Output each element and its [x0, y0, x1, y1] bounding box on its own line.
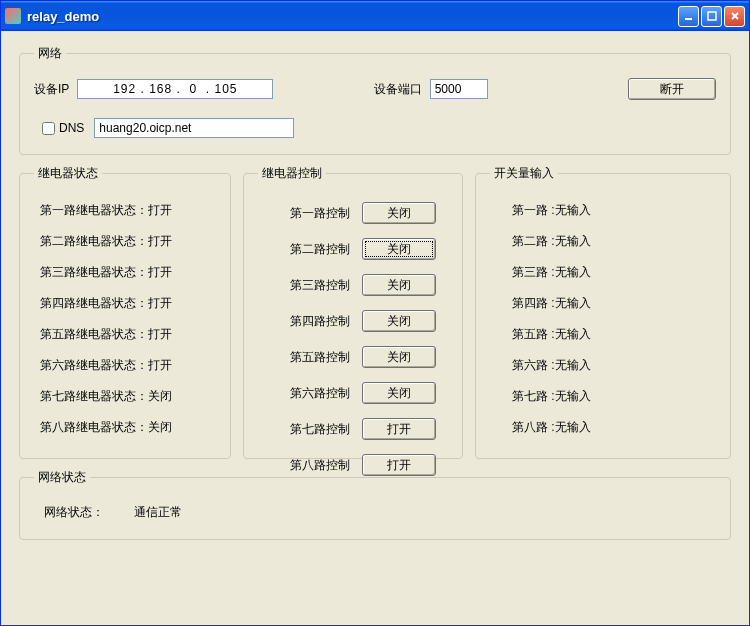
control-label: 第五路控制 — [290, 349, 350, 366]
relay-control-row: 第七路控制 打开 — [264, 418, 442, 440]
network-status-value: 通信正常 — [134, 504, 182, 521]
port-label: 设备端口 — [374, 81, 422, 98]
switch-input-row: 第八路 :无输入 — [496, 419, 710, 436]
network-status-label: 网络状态： — [44, 504, 104, 521]
relay-control-row: 第一路控制 关闭 — [264, 202, 442, 224]
control-label: 第二路控制 — [290, 241, 350, 258]
relay-control-row: 第三路控制 关闭 — [264, 274, 442, 296]
switch-input-row: 第二路 :无输入 — [496, 233, 710, 250]
relay-control-row: 第八路控制 打开 — [264, 454, 442, 476]
svg-rect-1 — [708, 12, 716, 20]
relay-status-row: 第八路继电器状态：关闭 — [40, 419, 210, 436]
control-label: 第七路控制 — [290, 421, 350, 438]
relay-status-row: 第二路继电器状态：打开 — [40, 233, 210, 250]
relay-control-row: 第四路控制 关闭 — [264, 310, 442, 332]
network-status-legend: 网络状态 — [34, 469, 90, 486]
control-button-7[interactable]: 打开 — [362, 418, 436, 440]
relay-status-legend: 继电器状态 — [34, 165, 102, 182]
switch-input-group: 开关量输入 第一路 :无输入 第二路 :无输入 第三路 :无输入 第四路 :无输… — [475, 165, 731, 459]
switch-input-row: 第七路 :无输入 — [496, 388, 710, 405]
switch-input-row: 第一路 :无输入 — [496, 202, 710, 219]
app-window: relay_demo 网络 设备IP 设备端口 断开 — [0, 0, 750, 626]
relay-control-row: 第六路控制 关闭 — [264, 382, 442, 404]
minimize-button[interactable] — [678, 6, 699, 27]
control-label: 第八路控制 — [290, 457, 350, 474]
dns-checkbox-wrap[interactable]: DNS — [42, 121, 84, 135]
relay-status-row: 第五路继电器状态：打开 — [40, 326, 210, 343]
relay-status-row: 第三路继电器状态：打开 — [40, 264, 210, 281]
dns-checkbox[interactable] — [42, 122, 55, 135]
control-label: 第四路控制 — [290, 313, 350, 330]
control-button-3[interactable]: 关闭 — [362, 274, 436, 296]
ip-input[interactable] — [77, 79, 273, 99]
switch-input-row: 第六路 :无输入 — [496, 357, 710, 374]
control-button-8[interactable]: 打开 — [362, 454, 436, 476]
network-legend: 网络 — [34, 45, 66, 62]
relay-control-legend: 继电器控制 — [258, 165, 326, 182]
port-input[interactable] — [430, 79, 488, 99]
control-button-2[interactable]: 关闭 — [362, 238, 436, 260]
close-button[interactable] — [724, 6, 745, 27]
control-label: 第三路控制 — [290, 277, 350, 294]
switch-input-row: 第四路 :无输入 — [496, 295, 710, 312]
window-title: relay_demo — [27, 9, 678, 24]
switch-input-row: 第五路 :无输入 — [496, 326, 710, 343]
control-button-5[interactable]: 关闭 — [362, 346, 436, 368]
control-button-4[interactable]: 关闭 — [362, 310, 436, 332]
relay-status-row: 第七路继电器状态：关闭 — [40, 388, 210, 405]
relay-control-row: 第二路控制 关闭 — [264, 238, 442, 260]
window-controls — [678, 6, 745, 27]
titlebar: relay_demo — [1, 1, 749, 31]
disconnect-button[interactable]: 断开 — [628, 78, 716, 100]
relay-status-row: 第一路继电器状态：打开 — [40, 202, 210, 219]
relay-status-group: 继电器状态 第一路继电器状态：打开 第二路继电器状态：打开 第三路继电器状态：打… — [19, 165, 231, 459]
relay-control-group: 继电器控制 第一路控制 关闭 第二路控制 关闭 第三路控制 关闭 — [243, 165, 463, 459]
control-label: 第一路控制 — [290, 205, 350, 222]
dns-input[interactable] — [94, 118, 294, 138]
client-area: 网络 设备IP 设备端口 断开 DNS 继电器状态 — [1, 31, 749, 625]
relay-control-row: 第五路控制 关闭 — [264, 346, 442, 368]
app-icon — [5, 8, 21, 24]
relay-status-row: 第六路继电器状态：打开 — [40, 357, 210, 374]
relay-status-row: 第四路继电器状态：打开 — [40, 295, 210, 312]
switch-input-legend: 开关量输入 — [490, 165, 558, 182]
control-label: 第六路控制 — [290, 385, 350, 402]
dns-label: DNS — [59, 121, 84, 135]
maximize-button[interactable] — [701, 6, 722, 27]
control-button-6[interactable]: 关闭 — [362, 382, 436, 404]
svg-rect-0 — [685, 18, 692, 20]
switch-input-row: 第三路 :无输入 — [496, 264, 710, 281]
control-button-1[interactable]: 关闭 — [362, 202, 436, 224]
ip-label: 设备IP — [34, 81, 69, 98]
network-group: 网络 设备IP 设备端口 断开 DNS — [19, 45, 731, 155]
